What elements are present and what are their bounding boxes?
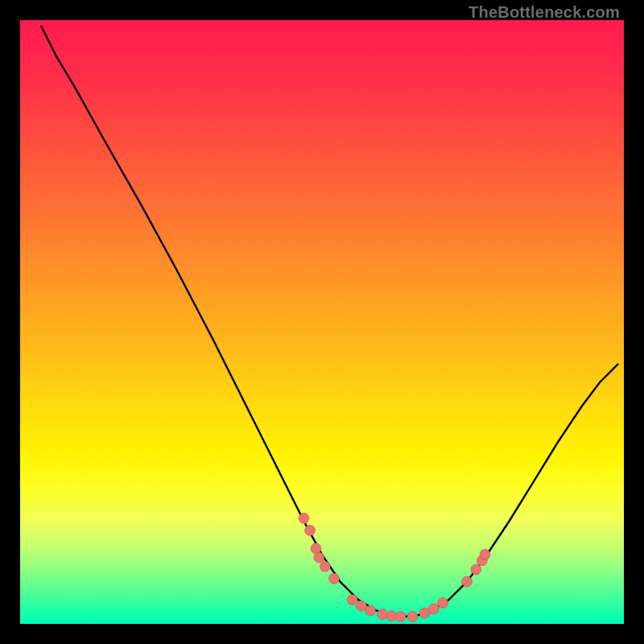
data-dot — [438, 597, 448, 608]
data-dot — [314, 552, 324, 563]
chart-svg — [20, 20, 624, 624]
data-dot — [419, 608, 430, 618]
data-dot — [462, 576, 473, 587]
bottleneck-curve — [41, 27, 617, 617]
data-dot — [395, 612, 406, 622]
data-dot — [356, 601, 366, 611]
chart-frame — [20, 20, 624, 624]
data-dots — [299, 513, 490, 621]
data-dot — [428, 604, 439, 614]
data-dot — [480, 549, 490, 559]
data-dot — [365, 605, 376, 616]
data-dot — [471, 564, 481, 575]
data-dot — [299, 513, 309, 523]
watermark-text: TheBottleneck.com — [469, 3, 620, 22]
data-dot — [305, 525, 316, 535]
data-dot — [347, 595, 357, 605]
data-dot — [320, 561, 330, 572]
data-dot — [407, 612, 418, 622]
data-dot — [378, 609, 388, 620]
data-dot — [329, 573, 340, 584]
